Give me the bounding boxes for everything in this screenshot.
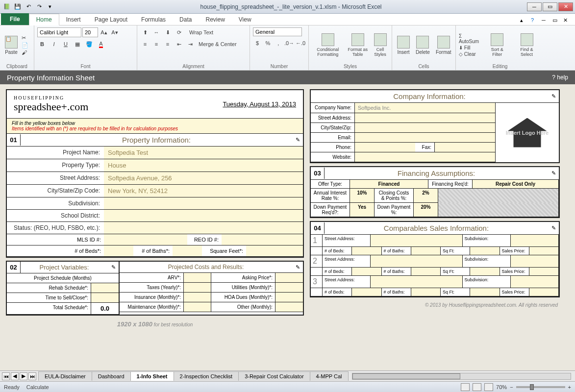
orientation-icon[interactable]: ⟳ <box>174 27 184 37</box>
company-street-input[interactable] <box>355 113 495 122</box>
redo-icon[interactable]: ↷ <box>34 2 44 12</box>
closing-input[interactable]: 2% <box>414 189 438 203</box>
align-middle-icon[interactable]: ↔ <box>151 27 161 37</box>
comp-street-input[interactable] <box>371 255 462 267</box>
fill-color-icon[interactable]: 🪣 <box>84 39 94 49</box>
wrap-text-button[interactable]: Wrap Text <box>189 29 213 35</box>
align-center-icon[interactable]: ≡ <box>151 39 161 49</box>
comp-sqft-input[interactable] <box>470 268 500 275</box>
underline-icon[interactable]: U <box>61 39 71 49</box>
maximize-button[interactable]: ▭ <box>543 2 557 11</box>
comp-sqft-input[interactable] <box>470 247 500 255</box>
sell-input[interactable] <box>91 293 119 302</box>
comp-beds-input[interactable] <box>352 268 381 275</box>
utilities-input[interactable] <box>275 283 303 292</box>
increase-indent-icon[interactable]: ⇥ <box>185 39 195 49</box>
insurance-input[interactable] <box>184 293 211 302</box>
zoom-out-icon[interactable]: − <box>510 384 513 390</box>
tab-file[interactable]: File <box>1 13 29 25</box>
air-input[interactable]: 10% <box>350 189 375 203</box>
tab-home[interactable]: Home <box>29 14 59 25</box>
company-phone-input[interactable] <box>355 143 415 152</box>
next-sheet-icon[interactable]: ▶ <box>20 372 27 380</box>
pencil-icon[interactable]: ✎ <box>548 170 559 176</box>
align-right-icon[interactable]: ≡ <box>163 39 173 49</box>
comma-icon[interactable]: , <box>274 38 283 48</box>
street-input[interactable]: Softpedia Avenue, 256 <box>104 172 303 184</box>
tab-view[interactable]: View <box>232 14 258 25</box>
tab-review[interactable]: Review <box>199 14 231 25</box>
doc-minimize-icon[interactable]: ─ <box>542 17 550 25</box>
comp-subdiv-input[interactable] <box>511 276 559 288</box>
sheet-tab[interactable]: 1-Info Sheet <box>130 371 174 381</box>
cut-icon[interactable]: ✂ <box>22 35 28 41</box>
italic-icon[interactable]: I <box>49 39 59 49</box>
company-fax-input[interactable] <box>435 143 495 152</box>
tab-formulas[interactable]: Formulas <box>134 14 173 25</box>
comp-price-input[interactable] <box>529 247 559 255</box>
decrease-decimal-icon[interactable]: ←.0 <box>296 38 305 48</box>
company-email-input[interactable] <box>355 133 495 142</box>
company-city-input[interactable] <box>355 123 495 132</box>
doc-restore-icon[interactable]: ▭ <box>552 17 560 25</box>
border-icon[interactable]: ▦ <box>73 39 82 49</box>
conditional-formatting-button[interactable]: Conditional Formatting <box>312 32 344 58</box>
comp-beds-input[interactable] <box>352 247 381 255</box>
status-input[interactable] <box>104 222 303 234</box>
qat-dropdown-icon[interactable]: ▾ <box>45 2 55 12</box>
sheet-tab[interactable]: 2-Inspection Checklist <box>174 371 239 381</box>
delete-cells-button[interactable]: Delete <box>414 35 432 56</box>
company-name-input[interactable]: Softpedia Inc. <box>355 103 495 113</box>
logo-placeholder[interactable]: Insert Logo Here <box>495 103 559 162</box>
horizontal-scrollbar[interactable] <box>352 373 571 380</box>
tab-insert[interactable]: Insert <box>59 14 88 25</box>
align-bottom-icon[interactable]: ⬇ <box>163 27 173 37</box>
percent-icon[interactable]: % <box>263 38 272 48</box>
sheet-tab[interactable]: EULA-Disclaimer <box>38 371 92 381</box>
currency-icon[interactable]: $ <box>253 38 262 48</box>
help-link[interactable]: ? help <box>552 74 568 81</box>
sort-filter-button[interactable]: Sort & Filter <box>484 32 510 58</box>
beds-input[interactable] <box>104 245 133 257</box>
paste-button[interactable]: 📋Paste <box>3 35 20 56</box>
city-input[interactable]: New York, NY, 52412 <box>104 185 303 197</box>
zoom-level[interactable]: 70% <box>496 384 507 390</box>
help-icon[interactable]: ? <box>531 17 539 25</box>
sheet-tab[interactable]: 4-MPP Cal <box>310 371 349 381</box>
zoom-in-icon[interactable]: + <box>568 384 571 390</box>
find-select-button[interactable]: Find & Select <box>512 32 541 58</box>
close-button[interactable]: ✕ <box>558 2 573 11</box>
pencil-icon[interactable]: ✎ <box>548 93 559 99</box>
copy-icon[interactable]: 📄 <box>22 42 28 49</box>
insert-cells-button[interactable]: Insert <box>395 35 412 56</box>
subdivision-input[interactable] <box>104 197 303 209</box>
prev-sheet-icon[interactable]: ◀ <box>11 372 19 380</box>
number-format-select[interactable] <box>253 27 302 36</box>
increase-font-icon[interactable]: A▴ <box>99 27 109 37</box>
sheet-tab[interactable]: Dashboard <box>92 371 131 381</box>
undo-icon[interactable]: ↶ <box>24 2 33 12</box>
dp-reqd-input[interactable]: Yes <box>350 203 375 217</box>
comp-baths-input[interactable] <box>411 288 441 296</box>
align-left-icon[interactable]: ≡ <box>140 39 150 49</box>
project,

-name-input[interactable]: Softpedia Test <box>104 147 303 159</box>
comp-price-input[interactable] <box>529 288 559 296</box>
scroll-thumb[interactable] <box>352 373 460 379</box>
comp-price-input[interactable] <box>529 268 559 275</box>
comp-beds-input[interactable] <box>352 288 381 296</box>
font-size-select[interactable] <box>82 27 98 37</box>
decrease-font-icon[interactable]: A▾ <box>110 27 120 37</box>
format-cells-button[interactable]: Format <box>434 35 453 56</box>
taxes-input[interactable] <box>184 283 211 292</box>
clear-button[interactable]: ◇ Clear <box>459 51 482 57</box>
comp-subdiv-input[interactable] <box>511 255 559 267</box>
pencil-icon[interactable]: ✎ <box>108 264 119 270</box>
align-top-icon[interactable]: ⬆ <box>140 27 150 37</box>
sheet-tab[interactable]: 3-Repair Cost Calculator <box>238 371 310 381</box>
fill-button[interactable]: ⬇ Fill <box>459 45 482 50</box>
mls-input[interactable] <box>104 234 187 245</box>
increase-decimal-icon[interactable]: .0→ <box>284 38 294 48</box>
baths-input[interactable] <box>173 245 202 257</box>
pencil-icon[interactable]: ✎ <box>292 137 303 143</box>
minimize-ribbon-icon[interactable]: ▴ <box>520 17 528 25</box>
